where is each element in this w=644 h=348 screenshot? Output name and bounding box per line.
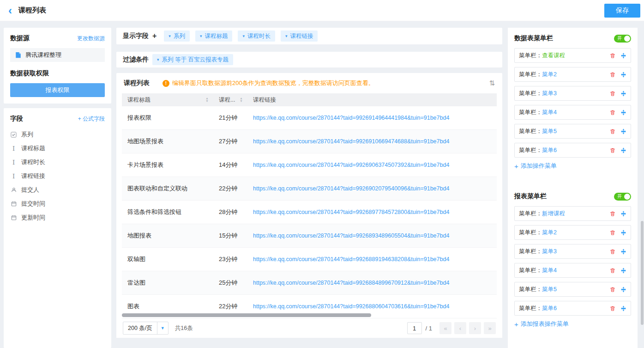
menu-item-name: 菜单5 [542, 286, 557, 293]
cell-course-link[interactable]: https://ke.qq.com/course/2870144?taid=99… [247, 115, 497, 121]
column-header-course-link[interactable]: 课程链接 [247, 93, 497, 106]
field-item-course-title[interactable]: I 课程标题 [10, 141, 105, 155]
report-permission-button[interactable]: 报表权限 [10, 83, 105, 97]
menu-item[interactable]: 菜单栏： 菜单3 [514, 86, 631, 101]
last-page-button[interactable]: » [484, 322, 496, 334]
sort-icon[interactable]: ⇅ [489, 79, 495, 87]
change-datasource-link[interactable]: 更改数据源 [77, 35, 105, 43]
cell-course-link[interactable]: https://ke.qq.com/course/2870144?taid=99… [247, 232, 497, 239]
field-item-course-link[interactable]: I 课程链接 [10, 169, 105, 183]
delete-icon[interactable] [610, 268, 615, 274]
table-row[interactable]: 双轴图 23分钟 https://ke.qq.com/course/287014… [122, 248, 497, 271]
delete-icon[interactable] [610, 128, 615, 134]
menu-item[interactable]: 菜单栏： 菜单2 [514, 67, 631, 82]
field-item-series[interactable]: 系列 [10, 128, 105, 141]
formula-field-link[interactable]: + 公式字段 [78, 115, 105, 123]
save-button[interactable]: 保存 [604, 4, 640, 18]
chevron-down-icon: ▾ [157, 57, 159, 62]
delete-icon[interactable] [610, 72, 615, 78]
move-icon[interactable] [620, 211, 626, 217]
table-row[interactable]: 图表联动和自定义联动 22分钟 https://ke.qq.com/course… [122, 177, 497, 201]
cell-course-link[interactable]: https://ke.qq.com/course/2870144?taid=99… [247, 280, 497, 286]
move-icon[interactable] [620, 230, 626, 236]
delete-icon[interactable] [610, 110, 615, 116]
cell-course-link[interactable]: https://ke.qq.com/course/2870144?taid=99… [247, 256, 497, 263]
datasource-item[interactable]: 腾讯课程整理 [10, 48, 105, 62]
first-page-button[interactable]: « [439, 322, 451, 334]
sort-arrows-icon[interactable]: ▲▼ [240, 97, 243, 103]
datatable-menu-toggle[interactable]: 开 [614, 35, 631, 43]
delete-icon[interactable] [610, 249, 615, 255]
cell-course-link[interactable]: https://ke.qq.com/course/2870144?taid=99… [247, 162, 497, 168]
menu-item[interactable]: 菜单栏： 菜单2 [514, 225, 631, 240]
chip-label: 系列 等于 百宝云报表专题 [162, 56, 229, 64]
move-icon[interactable] [620, 305, 626, 311]
menu-item[interactable]: 菜单栏： 菜单4 [514, 263, 631, 278]
filter-chip[interactable]: ▾ 系列 等于 百宝云报表专题 [152, 54, 233, 65]
delete-icon[interactable] [610, 53, 615, 59]
delete-icon[interactable] [610, 211, 615, 217]
sort-arrows-icon[interactable]: ▲▼ [205, 97, 209, 103]
menu-item[interactable]: 菜单栏： 菜单6 [514, 143, 631, 158]
table-row[interactable]: 筛选条件和筛选按钮 28分钟 https://ke.qq.com/course/… [122, 201, 497, 224]
next-page-button[interactable]: › [469, 322, 481, 334]
move-icon[interactable] [620, 287, 626, 293]
move-icon[interactable] [620, 53, 626, 59]
display-field-chip[interactable]: ▾ 课程链接 [281, 31, 318, 42]
add-report-menu-link[interactable]: + 添加报表操作菜单 [514, 320, 631, 328]
cell-course-link[interactable]: https://ke.qq.com/course/2870144?taid=99… [247, 209, 497, 215]
menu-item[interactable]: 菜单栏： 新增课程 [514, 206, 631, 221]
prev-page-button[interactable]: ‹ [454, 322, 466, 334]
field-item-update-time[interactable]: 更新时间 [10, 211, 105, 225]
field-item-submit-time[interactable]: 提交时间 [10, 197, 105, 211]
menu-item[interactable]: 菜单栏： 菜单3 [514, 244, 631, 259]
move-icon[interactable] [620, 91, 626, 97]
field-label: 课程时长 [21, 158, 45, 166]
cell-course-link[interactable]: https://ke.qq.com/course/2870144?taid=99… [247, 138, 497, 145]
report-menu-toggle[interactable]: 开 [614, 193, 631, 201]
display-field-chip[interactable]: ▾ 课程标题 [195, 31, 233, 42]
delete-icon[interactable] [610, 305, 615, 311]
move-icon[interactable] [620, 268, 626, 274]
table-row[interactable]: 雷达图 25分钟 https://ke.qq.com/course/287014… [122, 271, 497, 295]
move-icon[interactable] [620, 72, 626, 78]
display-field-chip[interactable]: ▾ 课程时长 [238, 31, 275, 42]
field-item-course-duration[interactable]: I 课程时长 [10, 155, 105, 169]
field-item-submitter[interactable]: 提交人 [10, 183, 105, 197]
menu-item[interactable]: 菜单栏： 菜单4 [514, 105, 631, 120]
page-size-select[interactable]: 200 条/页 ▼ [123, 322, 169, 335]
add-display-field-icon[interactable]: + [152, 32, 156, 40]
move-icon[interactable] [620, 110, 626, 116]
table-row[interactable]: 地图场景报表 27分钟 https://ke.qq.com/course/287… [122, 130, 497, 153]
horizontal-scrollbar[interactable] [122, 313, 371, 317]
menu-item[interactable]: 菜单栏： 菜单5 [514, 124, 631, 139]
cell-course-title: 筛选条件和筛选按钮 [122, 208, 213, 216]
permission-title: 数据获取权限 [10, 69, 105, 78]
delete-icon[interactable] [610, 230, 615, 236]
menu-item-name: 菜单4 [542, 109, 557, 116]
menu-item[interactable]: 菜单栏： 查看课程 [514, 48, 631, 63]
delete-icon[interactable] [610, 91, 615, 97]
table-row[interactable]: 报表权限 21分钟 https://ke.qq.com/course/28701… [122, 106, 497, 130]
move-icon[interactable] [620, 128, 626, 134]
preview-notice: ! 编辑界面只取数据源前200条作为查询数据预览，完整数据请访问页面查看。 [163, 79, 374, 87]
delete-icon[interactable] [610, 147, 615, 153]
table-row[interactable]: 卡片场景报表 14分钟 https://ke.qq.com/course/287… [122, 153, 497, 177]
table-row[interactable]: 地图报表 15分钟 https://ke.qq.com/course/28701… [122, 224, 497, 248]
column-header-course-duration[interactable]: 课程... ▲▼ [213, 93, 247, 106]
menu-item[interactable]: 菜单栏： 菜单6 [514, 301, 631, 316]
back-icon[interactable]: ‹ [8, 5, 12, 16]
move-icon[interactable] [620, 249, 626, 255]
display-field-chip[interactable]: ▾ 系列 [164, 31, 190, 42]
cell-course-link[interactable]: https://ke.qq.com/course/2870144?taid=99… [247, 185, 497, 192]
delete-icon[interactable] [610, 287, 615, 293]
cell-course-link[interactable]: https://ke.qq.com/course/2870144?taid=99… [247, 303, 497, 310]
move-icon[interactable] [620, 147, 626, 153]
column-header-course-title[interactable]: 课程标题 ▲▼ [122, 93, 213, 106]
cell-duration: 14分钟 [213, 161, 247, 169]
page-number-input[interactable] [407, 322, 422, 334]
menu-item[interactable]: 菜单栏： 菜单5 [514, 282, 631, 297]
chip-label: 课程标题 [205, 32, 228, 40]
vertical-scrollbar[interactable] [641, 221, 644, 325]
add-menu-link[interactable]: + 添加操作菜单 [514, 162, 631, 170]
